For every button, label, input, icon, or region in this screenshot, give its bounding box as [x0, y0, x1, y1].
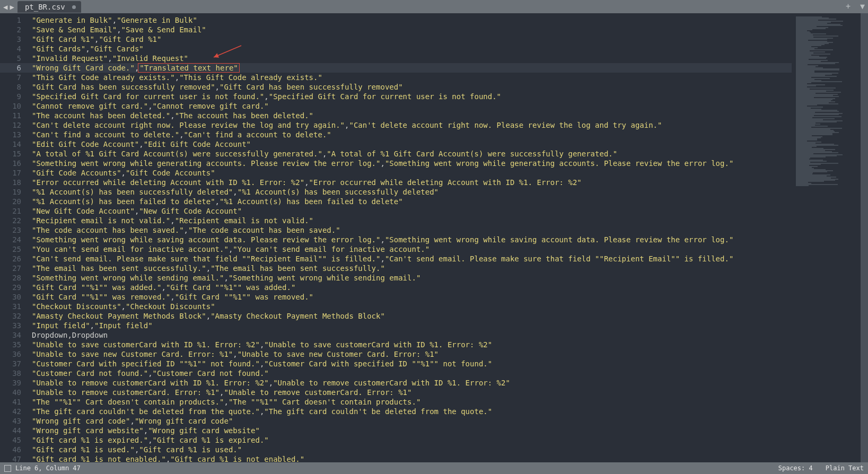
- code-line[interactable]: "Invalid Request","Invalid Request": [27, 54, 792, 63]
- code-line[interactable]: "Save & Send Email","Save & Send Email": [27, 25, 792, 34]
- code-lines[interactable]: "Generate in Bulk","Generate in Bulk""Sa…: [27, 13, 792, 462]
- line-number: 24: [0, 235, 27, 244]
- code-line[interactable]: "Something went wrong while generating a…: [27, 159, 792, 168]
- line-number: 15: [0, 149, 27, 159]
- code-line[interactable]: "Gift card %1 is used.","Gift card %1 is…: [27, 445, 792, 454]
- code-line[interactable]: "Can't delete account right now. Please …: [27, 120, 792, 130]
- line-number: 26: [0, 254, 27, 264]
- code-line[interactable]: "Gift card %1 is not enabled.","Gift car…: [27, 454, 792, 462]
- line-number: 12: [0, 120, 27, 130]
- tab-bar: ◀ ▶ pt_BR.csv + ▼: [0, 0, 868, 13]
- code-line[interactable]: "The email has been sent successfully.",…: [27, 264, 792, 273]
- line-number: 10: [0, 101, 27, 111]
- code-line[interactable]: "Customer Card with specified ID ""%1"" …: [27, 359, 792, 368]
- minimap[interactable]: [792, 13, 861, 462]
- code-line[interactable]: "Gift Card ""%1"" was removed.","Gift Ca…: [27, 292, 792, 302]
- vertical-scrollbar[interactable]: [861, 13, 868, 462]
- code-line[interactable]: "Gift Cards","Gift Cards": [27, 44, 792, 54]
- code-line[interactable]: "Unable to save customerCard with ID %1.…: [27, 340, 792, 349]
- line-number: 39: [0, 378, 27, 388]
- line-number: 33: [0, 321, 27, 330]
- line-number: 5: [0, 54, 27, 63]
- line-number-gutter[interactable]: 1234567891011121314151617181920212223242…: [0, 13, 27, 462]
- code-line[interactable]: "Gift Card has been successfully removed…: [27, 82, 792, 92]
- code-line[interactable]: "Error occurred while deleting Account w…: [27, 178, 792, 187]
- code-line[interactable]: "Unable to remove customerCard with ID %…: [27, 378, 792, 388]
- line-number: 43: [0, 416, 27, 426]
- line-number: 27: [0, 264, 27, 273]
- line-number: 21: [0, 206, 27, 216]
- code-line[interactable]: "Customer Card not found.","Customer Car…: [27, 368, 792, 378]
- code-line[interactable]: "Amasty Checkout Payment Methods Block",…: [27, 311, 792, 321]
- line-number: 2: [0, 25, 27, 34]
- line-number: 7: [0, 73, 27, 82]
- line-number: 28: [0, 273, 27, 283]
- code-line[interactable]: "Something went wrong while saving accou…: [27, 235, 792, 244]
- code-line[interactable]: "Generate in Bulk","Generate in Bulk": [27, 15, 792, 25]
- line-number: 18: [0, 178, 27, 187]
- code-line[interactable]: "The code account has been saved.","The …: [27, 225, 792, 235]
- code-line[interactable]: "The account has been deleted.","The acc…: [27, 111, 792, 120]
- code-line[interactable]: "%1 Account(s) has been successfully del…: [27, 187, 792, 197]
- nav-forward-icon[interactable]: ▶: [8, 3, 15, 11]
- code-line[interactable]: "Gift Card ""%1"" was added.","Gift Card…: [27, 283, 792, 292]
- code-line[interactable]: "The ""%1"" Cart doesn't contain product…: [27, 397, 792, 407]
- nav-back-icon[interactable]: ◀: [2, 3, 8, 11]
- code-line[interactable]: "Specified Gift Card for current user is…: [27, 92, 792, 101]
- line-number: 25: [0, 244, 27, 254]
- line-number: 35: [0, 340, 27, 349]
- code-line[interactable]: "Unable to save new Customer Card. Error…: [27, 349, 792, 359]
- status-syntax[interactable]: Plain Text: [826, 464, 864, 472]
- line-number: 40: [0, 388, 27, 397]
- code-line[interactable]: "Wrong gift card code","Wrong gift card …: [27, 416, 792, 426]
- code-line[interactable]: Dropdown,Dropdown: [27, 330, 792, 340]
- code-line[interactable]: "Edit Gift Code Account","Edit Gift Code…: [27, 139, 792, 149]
- code-line[interactable]: "This Gift Code already exists.","This G…: [27, 73, 792, 82]
- line-number: 42: [0, 407, 27, 416]
- line-number: 8: [0, 82, 27, 92]
- line-number: 46: [0, 445, 27, 454]
- code-line[interactable]: "Can't find a account to delete.","Can't…: [27, 130, 792, 139]
- tab-dirty-indicator-icon: [72, 5, 76, 9]
- status-panel-icon[interactable]: [4, 465, 11, 472]
- code-line[interactable]: "Cannot remove gift card.","Cannot remov…: [27, 101, 792, 111]
- line-number: 41: [0, 397, 27, 407]
- line-number: 32: [0, 311, 27, 321]
- line-number: 45: [0, 435, 27, 445]
- code-line[interactable]: "Input field","Input field": [27, 321, 792, 330]
- line-number: 29: [0, 283, 27, 292]
- tab-active[interactable]: pt_BR.csv: [17, 1, 81, 13]
- line-number: 6: [0, 63, 27, 73]
- code-line[interactable]: "Wrong gift card website","Wrong gift ca…: [27, 426, 792, 435]
- code-line[interactable]: "Checkout Discounts","Checkout Discounts…: [27, 302, 792, 311]
- code-line[interactable]: "The gift card couldn't be deleted from …: [27, 407, 792, 416]
- line-number: 36: [0, 349, 27, 359]
- code-line[interactable]: "Gift Card %1","Gift Card %1": [27, 34, 792, 44]
- status-cursor-position[interactable]: Line 6, Column 47: [15, 464, 81, 472]
- line-number: 11: [0, 111, 27, 120]
- code-line[interactable]: "A total of %1 Gift Card Account(s) were…: [27, 149, 792, 159]
- tab-tail-controls[interactable]: + ▼: [846, 2, 865, 11]
- line-number: 23: [0, 225, 27, 235]
- code-line[interactable]: "You can't send email for inactive accou…: [27, 244, 792, 254]
- line-number: 16: [0, 159, 27, 168]
- line-number: 34: [0, 330, 27, 340]
- line-number: 30: [0, 292, 27, 302]
- line-number: 38: [0, 368, 27, 378]
- line-number: 31: [0, 302, 27, 311]
- code-line[interactable]: "Recipient email is not valid.","Recipie…: [27, 216, 792, 225]
- line-number: 9: [0, 92, 27, 101]
- code-line[interactable]: "Unable to remove customerCard. Error: %…: [27, 388, 792, 397]
- code-line[interactable]: "Gift Code Accounts","Gift Code Accounts…: [27, 168, 792, 178]
- line-number: 20: [0, 197, 27, 206]
- tab-nav-arrows[interactable]: ◀ ▶: [0, 3, 17, 11]
- status-indentation[interactable]: Spaces: 4: [778, 464, 813, 472]
- code-line[interactable]: "Wrong Gift Card code.","Translated text…: [27, 63, 792, 73]
- code-line[interactable]: "Gift card %1 is expired.","Gift card %1…: [27, 435, 792, 445]
- line-number: 1: [0, 15, 27, 25]
- code-line[interactable]: "Something went wrong while sending emai…: [27, 273, 792, 283]
- line-number: 3: [0, 34, 27, 44]
- code-line[interactable]: "%1 Account(s) has been failed to delete…: [27, 197, 792, 206]
- code-line[interactable]: "Can't send email. Please make sure that…: [27, 254, 792, 264]
- code-line[interactable]: "New Gift Code Account","New Gift Code A…: [27, 206, 792, 216]
